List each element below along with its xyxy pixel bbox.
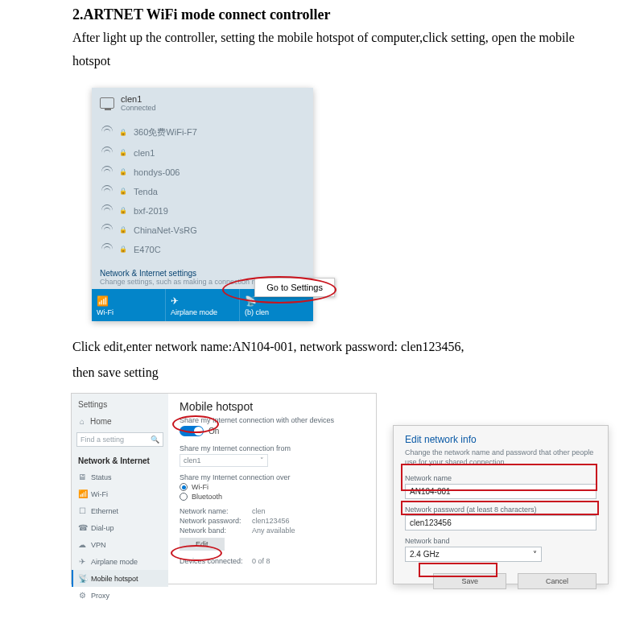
field-label-name: Network name	[405, 474, 597, 482]
toggle-knob	[194, 427, 203, 436]
airplane-icon: ✈	[171, 295, 179, 307]
share-from-select[interactable]: clen1˅	[180, 454, 268, 467]
edit-network-dialog: Edit network info Change the network nam…	[393, 425, 609, 584]
vpn-icon: ☁	[78, 540, 86, 549]
radio-bluetooth[interactable]: Bluetooth	[180, 493, 366, 501]
wifi-icon	[101, 245, 113, 254]
cancel-button[interactable]: Cancel	[518, 573, 597, 589]
hotspot-icon: 📡	[78, 574, 86, 583]
sidebar-item-label: VPN	[91, 541, 106, 549]
wifi-icon	[101, 206, 113, 216]
toggle-track	[180, 426, 204, 436]
wifi-icon: 📶	[97, 295, 109, 307]
radio-dot	[180, 483, 188, 491]
sidebar-search[interactable]: Find a setting🔍	[76, 432, 163, 447]
kv-value: 0 of 8	[252, 557, 270, 565]
sidebar-item-label: Airplane mode	[91, 558, 138, 566]
radio-wifi[interactable]: Wi-Fi	[180, 483, 366, 491]
sidebar-item-ethernet[interactable]: ☐Ethernet	[72, 502, 168, 519]
proxy-icon: ⚙	[78, 591, 86, 600]
sidebar-item-proxy[interactable]: ⚙Proxy	[72, 587, 168, 602]
intro-text: After light up the controller, setting t…	[72, 27, 612, 73]
tile-label: Airplane mode	[171, 308, 217, 316]
sidebar-home[interactable]: ⌂Home	[72, 414, 168, 429]
airplane-tile-button[interactable]: ✈Airplane mode	[166, 289, 240, 321]
lock-icon: 🔒	[119, 168, 127, 175]
network-band-select[interactable]: 2.4 GHz˅	[405, 547, 542, 562]
wifi-network-item[interactable]: 🔒clen1	[92, 143, 313, 163]
sidebar-item-dialup[interactable]: ☎Dial-up	[72, 519, 168, 536]
wifi-ssid: 360免费WiFi-F7	[134, 126, 197, 138]
sidebar-item-wifi[interactable]: 📶Wi-Fi	[72, 485, 168, 502]
network-name-input[interactable]: AN104-001	[405, 484, 597, 499]
kv-row: Network password:clen123456	[180, 517, 366, 525]
page-title: Mobile hotspot	[180, 400, 366, 413]
wifi-icon	[101, 167, 113, 177]
radio-label: Bluetooth	[192, 493, 222, 501]
wifi-ssid: bxf-2019	[134, 206, 168, 216]
wifi-flyout-screenshot: clen1 Connected 🔒360免费WiFi-F7 🔒clen1 🔒ho…	[92, 88, 325, 321]
wifi-network-item[interactable]: 🔒E470C	[92, 240, 313, 259]
dialup-icon: ☎	[78, 523, 86, 532]
dialog-subtitle: Change the network name and password tha…	[405, 448, 597, 467]
dialog-title: Edit network info	[405, 434, 597, 445]
kv-value: Any available	[252, 526, 295, 535]
connected-status: Connected	[121, 104, 156, 112]
kv-row: Devices connected:0 of 8	[180, 557, 366, 565]
sidebar-item-label: Ethernet	[91, 507, 118, 515]
wifi-network-item[interactable]: 🔒Tenda	[92, 182, 313, 201]
toggle-state: On	[208, 427, 219, 436]
search-icon: 🔍	[151, 436, 159, 444]
settings-window: Settings ⌂Home Find a setting🔍 Network &…	[71, 393, 377, 584]
sidebar-item-vpn[interactable]: ☁VPN	[72, 536, 168, 553]
wifi-icon	[101, 148, 113, 158]
chevron-down-icon: ˅	[533, 550, 537, 559]
save-button[interactable]: Save	[433, 573, 506, 589]
connected-ssid: clen1	[121, 94, 156, 104]
home-icon: ⌂	[78, 417, 86, 426]
field-label-band: Network band	[405, 537, 597, 545]
sidebar-item-hotspot[interactable]: 📡Mobile hotspot	[72, 570, 168, 587]
go-to-settings-tooltip: Go to Settings	[254, 278, 335, 297]
kv-value: clen	[252, 507, 266, 515]
wifi-network-item[interactable]: 🔒360免费WiFi-F7	[92, 122, 313, 143]
wifi-ssid: hondys-006	[134, 167, 180, 177]
radio-dot	[180, 493, 188, 501]
go-to-settings-button[interactable]: Go to Settings	[254, 278, 335, 297]
sidebar-item-label: Status	[91, 473, 112, 481]
app-title: Settings	[72, 398, 168, 414]
kv-row: Network band:Any available	[180, 526, 366, 535]
lock-icon: 🔒	[119, 246, 127, 253]
radio-label: Wi-Fi	[192, 483, 208, 491]
net-settings-title: Network & Internet settings	[100, 269, 305, 278]
kv-value: clen123456	[252, 517, 290, 525]
wifi-ssid: ChinaNet-VsRG	[134, 225, 197, 235]
wifi-tile-button[interactable]: 📶Wi-Fi	[92, 289, 166, 321]
lock-icon: 🔒	[119, 226, 127, 233]
wifi-network-item[interactable]: 🔒bxf-2019	[92, 201, 313, 221]
sidebar-item-airplane[interactable]: ✈Airplane mode	[72, 553, 168, 570]
wifi-network-item[interactable]: 🔒ChinaNet-VsRG	[92, 221, 313, 240]
select-value: clen1	[184, 456, 201, 464]
lock-icon: 🔒	[119, 149, 127, 156]
share-from-label: Share my Internet connection from	[180, 444, 366, 452]
sidebar-category: Network & Internet	[72, 452, 168, 469]
wifi-connected-row[interactable]: clen1 Connected	[92, 88, 313, 118]
document-page: 2.ARTNET WiFi mode connect controller Af…	[0, 6, 644, 602]
wifi-icon: 📶	[78, 489, 86, 498]
instruction-text-1: Click edit,enter network name:AN104-001,…	[72, 336, 612, 359]
lock-icon: 🔒	[119, 129, 127, 136]
wifi-icon	[101, 127, 113, 137]
network-password-input[interactable]: clen123456	[405, 515, 597, 530]
wifi-network-list: 🔒360免费WiFi-F7 🔒clen1 🔒hondys-006 🔒Tenda …	[92, 118, 313, 264]
kv-key: Devices connected:	[180, 557, 252, 565]
dialog-buttons: Save Cancel	[405, 573, 597, 589]
share-toggle[interactable]: On	[180, 426, 219, 436]
kv-row: Network name:clen	[180, 507, 366, 515]
sidebar-item-status[interactable]: 🖥Status	[72, 469, 168, 485]
status-icon: 🖥	[78, 473, 86, 481]
wifi-network-item[interactable]: 🔒hondys-006	[92, 163, 313, 182]
select-value: 2.4 GHz	[410, 550, 440, 559]
kv-key: Network password:	[180, 517, 252, 525]
edit-button[interactable]: Edit	[180, 538, 225, 551]
